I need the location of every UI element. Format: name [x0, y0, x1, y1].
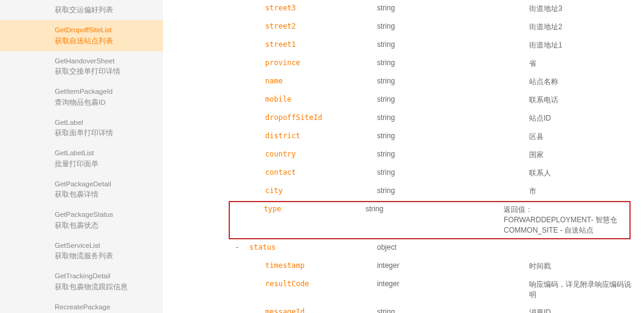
param-row-status: -statusobject [229, 239, 644, 258]
param-desc: 区县 [529, 132, 644, 142]
param-row-street2: street2string街道地址2 [229, 18, 644, 37]
sidebar-api-desc: 获取包裹详情 [55, 189, 156, 200]
param-desc: 返回值：FORWARDDEPLOYMENT- 智慧仓COMMON_SITE - … [504, 205, 629, 236]
sidebar-item-GetServiceList[interactable]: GetServiceList获取物流服务列表 [0, 236, 163, 267]
sidebar-api-name: GetHandoverSheet [55, 56, 156, 66]
param-desc: 国家 [529, 150, 644, 160]
param-type: string [377, 186, 529, 195]
param-type: string [377, 40, 529, 49]
param-row-street1: street1string街道地址1 [229, 37, 644, 55]
param-name[interactable]: contact [249, 168, 377, 177]
sidebar-api-desc: 获取物流服务列表 [55, 251, 156, 261]
param-desc: 响应编码，详见附录响应编码说明 [529, 280, 644, 300]
param-row-contact: contactstring联系人 [229, 164, 644, 183]
sidebar-item-GetLabel[interactable]: GetLabel获取面单打印详情 [0, 113, 163, 144]
param-row-country: countrystring国家 [229, 146, 644, 164]
sidebar: 获取交运偏好列表GetDropoffSiteList获取自送站点列表GetHan… [0, 0, 163, 313]
collapse-icon[interactable]: - [229, 243, 249, 251]
param-row-street3: street3string街道地址3 [229, 0, 644, 18]
param-name[interactable]: status [249, 243, 377, 251]
sidebar-api-name: GetTrackingDetail [55, 271, 156, 281]
param-type: object [377, 243, 529, 251]
param-name[interactable]: messageId [249, 308, 377, 313]
sidebar-item-GetLabelList[interactable]: GetLabelList批量打印面单 [0, 143, 163, 174]
param-name[interactable]: timestamp [249, 261, 377, 270]
sidebar-api-name: GetLabel [55, 118, 156, 128]
param-name[interactable]: street2 [249, 22, 377, 30]
sidebar-api-name: RecreatePackage [55, 302, 156, 312]
sidebar-api-desc: 获取交接单打印详情 [55, 66, 156, 77]
param-desc-line: 返回值： [504, 205, 617, 215]
param-desc: 街道地址2 [529, 22, 644, 32]
param-type: string [365, 205, 504, 213]
sidebar-api-desc: 获取包裹物流跟踪信息 [55, 282, 156, 292]
sidebar-api-name: GetLabelList [55, 148, 156, 158]
param-row-name: namestring站点名称 [229, 73, 644, 91]
param-desc: 联系人 [529, 168, 644, 178]
sidebar-api-name: GetPackageStatus [55, 209, 156, 220]
sidebar-api-name: GetDropoffSiteList [55, 25, 156, 35]
param-type: string [377, 308, 529, 313]
main-content: street3string街道地址3street2string街道地址2stre… [163, 0, 644, 313]
param-row-type: typestring返回值：FORWARDDEPLOYMENT- 智慧仓COMM… [229, 201, 631, 239]
param-type: string [377, 58, 529, 67]
sidebar-api-desc: 获取自送站点列表 [55, 36, 156, 46]
param-table: street3string街道地址3street2string街道地址2stre… [229, 0, 644, 313]
param-type: string [377, 168, 529, 177]
sidebar-api-name: GetItemPackageId [55, 86, 156, 97]
param-type: string [377, 22, 529, 30]
param-row-city: citystring市 [229, 183, 644, 201]
param-row-district: districtstring区县 [229, 128, 644, 146]
param-row-mobile: mobilestring联系电话 [229, 91, 644, 110]
sidebar-api-desc: 查询物品包裹ID [55, 97, 156, 108]
param-name[interactable]: resultCode [249, 280, 377, 288]
sidebar-item-GetDropoffSiteList[interactable]: GetDropoffSiteList获取自送站点列表 [0, 20, 163, 51]
param-name[interactable]: type [248, 205, 365, 213]
sidebar-item-GetItemPackageId[interactable]: GetItemPackageId查询物品包裹ID [0, 82, 163, 113]
param-row-province: provincestring省 [229, 55, 644, 73]
param-type: string [377, 77, 529, 85]
param-name[interactable]: name [249, 77, 377, 85]
sidebar-item-GetHandoverSheet[interactable]: GetHandoverSheet获取交接单打印详情 [0, 51, 163, 82]
param-desc: 时间戳 [529, 261, 644, 272]
param-name[interactable]: city [249, 186, 377, 195]
param-desc-line: FORWARDDEPLOYMENT- 智慧仓 [504, 215, 617, 225]
param-desc: 站点ID [529, 113, 644, 124]
param-type: integer [377, 261, 529, 270]
param-row-messageId: messageIdstring消息ID [229, 304, 644, 313]
param-type: string [377, 150, 529, 158]
param-type: string [377, 113, 529, 122]
param-desc-line: COMMON_SITE - 自送站点 [504, 225, 617, 236]
param-name[interactable]: mobile [249, 95, 377, 104]
param-type: integer [377, 280, 529, 288]
param-desc: 市 [529, 186, 644, 197]
sidebar-item-GetPackageStatus[interactable]: GetPackageStatus获取包裹状态 [0, 205, 163, 236]
param-type: string [377, 95, 529, 104]
param-type: string [377, 4, 529, 12]
param-desc: 消息ID [529, 308, 644, 313]
sidebar-item-RecreatePackage[interactable]: RecreatePackage重新发货 [0, 297, 163, 313]
param-row-dropoffSiteId: dropoffSiteIdstring站点ID [229, 110, 644, 128]
param-type: string [377, 132, 529, 140]
param-desc: 街道地址1 [529, 40, 644, 51]
param-name[interactable]: street1 [249, 40, 377, 49]
sidebar-item-item-0[interactable]: 获取交运偏好列表 [0, 0, 163, 20]
sidebar-item-GetTrackingDetail[interactable]: GetTrackingDetail获取包裹物流跟踪信息 [0, 266, 163, 297]
param-row-timestamp: timestampinteger时间戳 [229, 258, 644, 276]
param-name[interactable]: country [249, 150, 377, 158]
sidebar-api-desc: 获取面单打印详情 [55, 128, 156, 138]
param-desc: 站点名称 [529, 77, 644, 87]
param-name[interactable]: district [249, 132, 377, 140]
sidebar-api-desc: 获取包裹状态 [55, 220, 156, 231]
param-name[interactable]: street3 [249, 4, 377, 12]
param-name[interactable]: province [249, 58, 377, 67]
sidebar-api-name: GetServiceList [55, 241, 156, 251]
sidebar-api-desc: 批量打印面单 [55, 159, 156, 169]
param-desc: 街道地址3 [529, 4, 644, 14]
sidebar-api-desc: 获取交运偏好列表 [55, 5, 156, 15]
sidebar-item-GetPackageDetail[interactable]: GetPackageDetail获取包裹详情 [0, 174, 163, 205]
param-name[interactable]: dropoffSiteId [249, 113, 377, 122]
param-desc: 联系电话 [529, 95, 644, 105]
param-row-resultCode: resultCodeinteger响应编码，详见附录响应编码说明 [229, 276, 644, 304]
param-desc: 省 [529, 58, 644, 69]
